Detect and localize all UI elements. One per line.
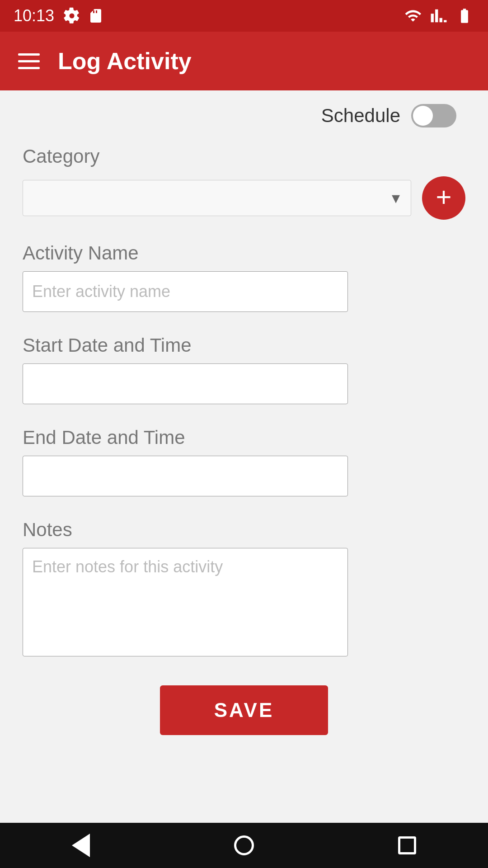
notes-group: Notes xyxy=(23,519,465,658)
notes-label: Notes xyxy=(23,519,465,541)
start-datetime-group: Start Date and Time xyxy=(23,335,465,404)
activity-name-label: Activity Name xyxy=(23,242,465,264)
status-bar-left: 10:13 xyxy=(14,6,104,25)
recent-button[interactable] xyxy=(398,836,416,854)
home-button[interactable] xyxy=(234,835,254,855)
schedule-label: Schedule xyxy=(321,105,400,127)
toggle-slider xyxy=(411,104,456,127)
app-bar: Log Activity xyxy=(0,32,488,90)
activity-name-group: Activity Name xyxy=(23,242,465,312)
status-time: 10:13 xyxy=(14,6,54,25)
battery-icon xyxy=(455,7,474,24)
end-datetime-group: End Date and Time xyxy=(23,427,465,496)
schedule-row: Schedule xyxy=(23,104,465,127)
storage-icon xyxy=(88,7,104,24)
start-datetime-label: Start Date and Time xyxy=(23,335,465,356)
home-icon xyxy=(234,835,254,855)
save-row: SAVE xyxy=(23,685,465,735)
schedule-toggle[interactable] xyxy=(411,104,456,127)
content-area: Schedule Category ▾ + Activity Name Star… xyxy=(0,90,488,767)
activity-name-input[interactable] xyxy=(23,271,348,312)
recent-icon xyxy=(398,836,416,854)
app-title: Log Activity xyxy=(58,47,192,75)
menu-icon[interactable] xyxy=(18,53,40,69)
category-row: ▾ + xyxy=(23,176,465,220)
start-datetime-input[interactable] xyxy=(23,363,348,404)
status-icons-right xyxy=(403,7,474,24)
save-button[interactable]: SAVE xyxy=(160,685,328,735)
back-button[interactable] xyxy=(72,834,90,857)
bottom-nav xyxy=(0,823,488,868)
category-dropdown[interactable]: ▾ xyxy=(23,180,411,216)
status-icons-left xyxy=(63,7,104,24)
back-icon xyxy=(72,834,90,857)
status-bar: 10:13 xyxy=(0,0,488,32)
dropdown-arrow-icon: ▾ xyxy=(392,189,400,208)
end-datetime-label: End Date and Time xyxy=(23,427,465,448)
signal-icon xyxy=(430,7,447,24)
notes-input[interactable] xyxy=(23,548,348,656)
plus-icon: + xyxy=(436,184,451,211)
wifi-icon xyxy=(403,7,423,24)
category-label: Category xyxy=(23,146,465,167)
end-datetime-input[interactable] xyxy=(23,456,348,496)
add-category-button[interactable]: + xyxy=(422,176,465,220)
settings-icon xyxy=(63,7,80,24)
category-group: Category ▾ + xyxy=(23,146,465,220)
